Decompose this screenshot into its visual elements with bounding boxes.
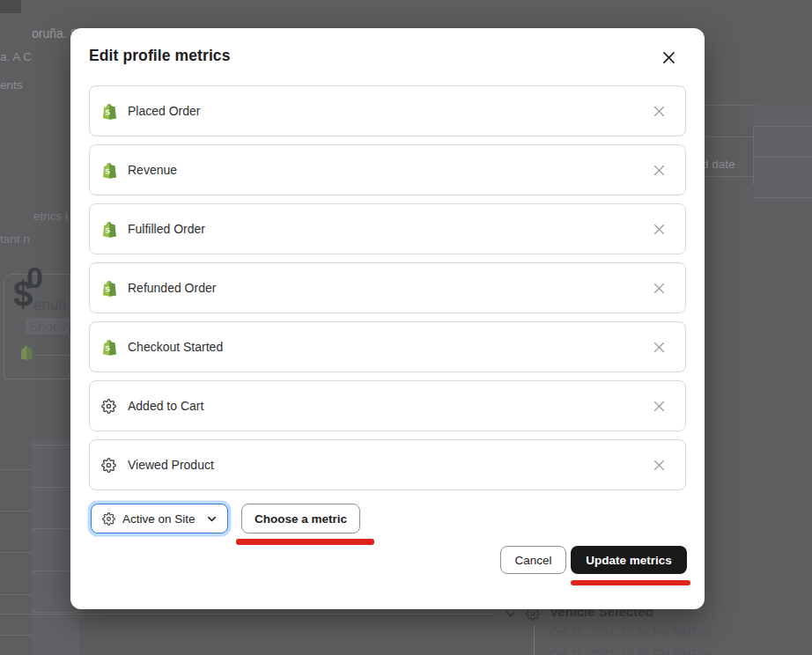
metric-row-fulfilled-order: S Fulfilled Order bbox=[89, 203, 686, 254]
revenue-card-sub-fragment: Re bbox=[7, 320, 24, 335]
section-divider bbox=[0, 614, 493, 615]
background-text-fragment: tant n bbox=[0, 232, 30, 246]
metric-row-placed-order: S Placed Order bbox=[89, 85, 686, 136]
remove-metric-icon[interactable] bbox=[650, 397, 668, 415]
annotation-underline-update-metrics bbox=[571, 580, 690, 585]
annotation-underline-choose-metric bbox=[236, 539, 374, 545]
column-divider bbox=[753, 126, 754, 185]
shopify-bag-icon: S bbox=[101, 280, 116, 297]
edit-profile-metrics-modal: Edit profile metrics S Placed Order S Re… bbox=[70, 28, 705, 609]
shopify-bag-icon: S bbox=[101, 162, 116, 179]
background-location-text-2: a. A C bbox=[0, 50, 32, 63]
table-row-line bbox=[755, 197, 812, 198]
chevron-down-icon bbox=[205, 512, 218, 526]
metric-label: Checkout Started bbox=[128, 340, 223, 354]
metric-label: Placed Order bbox=[128, 104, 200, 118]
timeline-connector bbox=[534, 625, 535, 655]
remove-metric-icon[interactable] bbox=[650, 279, 668, 297]
metric-row-revenue: S Revenue bbox=[89, 144, 686, 195]
gear-icon bbox=[101, 399, 116, 414]
remove-metric-icon[interactable] bbox=[650, 338, 668, 356]
metric-label: Fulfilled Order bbox=[128, 222, 205, 236]
metric-label: Added to Cart bbox=[128, 399, 203, 413]
table-row-line bbox=[0, 511, 32, 511]
dropdown-selected-value: Active on Site bbox=[122, 512, 198, 526]
metric-label: Revenue bbox=[128, 163, 177, 177]
shopify-bag-icon: S bbox=[101, 103, 116, 120]
remove-metric-icon[interactable] bbox=[650, 102, 668, 120]
cancel-button[interactable]: Cancel bbox=[500, 546, 566, 574]
metric-row-added-to-cart: Added to Cart bbox=[89, 380, 686, 431]
metric-label: Viewed Product bbox=[128, 458, 214, 472]
shopify-bag-icon: S bbox=[101, 221, 116, 238]
field-line bbox=[705, 176, 753, 177]
table-row-line bbox=[0, 594, 32, 595]
end-date-label-fragment: d date bbox=[702, 158, 735, 171]
table-row-line bbox=[32, 612, 78, 613]
field-line bbox=[705, 105, 755, 106]
timeline-timestamp-clipped: Oct 11, 2024, 10:46 PM GMT+6 bbox=[550, 647, 712, 655]
divider bbox=[35, 355, 70, 356]
choose-a-metric-button[interactable]: Choose a metric bbox=[241, 504, 360, 534]
modal-title: Edit profile metrics bbox=[89, 47, 231, 65]
revenue-card-integration-tag: Shopify bbox=[26, 318, 77, 335]
gear-icon bbox=[101, 458, 116, 473]
background-segments-text: ents bbox=[0, 78, 23, 92]
metric-row-viewed-product: Viewed Product bbox=[89, 439, 686, 490]
background-panel-right bbox=[754, 105, 812, 202]
revenue-card-label-fragment: enue bbox=[33, 297, 67, 314]
table-row-line bbox=[0, 635, 32, 636]
metric-type-dropdown[interactable]: Active on Site bbox=[91, 504, 228, 534]
background-metrics-text: etrics i bbox=[33, 210, 68, 223]
gear-icon bbox=[102, 512, 115, 526]
metric-label: Refunded Order bbox=[128, 281, 216, 295]
shopify-bag-icon: S bbox=[101, 339, 116, 356]
metric-row-refunded-order: S Refunded Order bbox=[89, 262, 686, 313]
shopify-bag-icon bbox=[19, 345, 33, 360]
table-row-line bbox=[0, 552, 32, 553]
background-corner-block bbox=[0, 0, 21, 13]
update-metrics-button[interactable]: Update metrics bbox=[571, 546, 687, 574]
remove-metric-icon[interactable] bbox=[650, 220, 668, 238]
table-row-line bbox=[0, 469, 32, 470]
table-row-line bbox=[755, 126, 812, 127]
timeline-timestamp: Oct 11, 2024, 10:46 PM GMT+6 bbox=[550, 626, 712, 639]
remove-metric-icon[interactable] bbox=[650, 456, 668, 474]
field-line bbox=[706, 136, 753, 137]
revenue-card-currency: $ bbox=[13, 275, 33, 314]
table-row-line bbox=[755, 157, 812, 158]
remove-metric-icon[interactable] bbox=[650, 161, 668, 179]
metric-row-checkout-started: S Checkout Started bbox=[89, 321, 686, 372]
close-icon[interactable] bbox=[657, 46, 680, 69]
